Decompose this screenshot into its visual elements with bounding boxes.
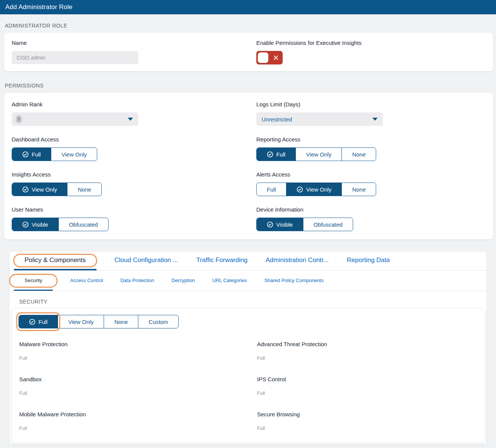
administrator-role-card: Name Enable Permissions for Executive In…: [4, 33, 493, 71]
check-circle-icon: [22, 151, 29, 158]
logs-limit-label: Logs Limit (Days): [256, 101, 485, 107]
exec-insights-toggle[interactable]: [256, 51, 283, 64]
subtab-decryption[interactable]: Decryption: [171, 271, 195, 291]
dashboard-access-block: Dashboard AccessFullView Only: [12, 136, 241, 161]
subtab-label: Access Control: [70, 278, 103, 283]
security-item: IPS ControlFull: [257, 376, 478, 396]
segment-option-label: View Only: [68, 319, 93, 325]
security-item-title: Malware Protection: [19, 341, 257, 347]
security-item-title: IPS Control: [257, 376, 478, 382]
toggle-knob: [258, 52, 268, 63]
security-item-title: Sandbox: [19, 376, 257, 382]
subtab-security[interactable]: Security: [14, 271, 53, 291]
segment-option-label: Visible: [276, 221, 293, 228]
tab-label: Administration Contr...: [266, 256, 329, 264]
alerts-access-full[interactable]: Full: [257, 183, 286, 196]
security-item: Secure BrowsingFull: [257, 411, 478, 431]
security-access-group: FullView OnlyNoneCustom: [18, 315, 179, 328]
alerts-access-block: Alerts AccessFullView OnlyNone: [256, 171, 485, 196]
admin-rank-label: Admin Rank: [12, 101, 241, 107]
device-information-obfuscated[interactable]: Obfuscated: [303, 218, 353, 231]
alerts-access-view-only[interactable]: View Only: [286, 183, 341, 196]
security-access-custom[interactable]: Custom: [138, 315, 178, 328]
logs-limit-block: Logs Limit (Days) Unrestricted: [256, 101, 485, 126]
security-item-value: Full: [19, 425, 257, 431]
security-item: Mobile Malware ProtectionFull: [19, 411, 257, 431]
logs-limit-value: Unrestricted: [262, 116, 292, 123]
security-item: SandboxFull: [19, 376, 257, 396]
check-circle-icon: [29, 319, 35, 325]
security-access-full[interactable]: Full: [19, 315, 58, 328]
subtab-label: Data Protection: [120, 278, 154, 283]
dashboard-access-full[interactable]: Full: [12, 148, 51, 161]
page-title: Add Administrator Role: [5, 3, 72, 11]
tab-label: Reporting Data: [347, 256, 390, 264]
segment-option-label: Full: [276, 151, 285, 158]
security-item-title: Secure Browsing: [257, 411, 478, 417]
segment-option-label: None: [78, 186, 91, 193]
subtab-shared-policy-components[interactable]: Shared Policy Components: [264, 271, 324, 291]
tab-policy-components[interactable]: Policy & Components: [14, 252, 96, 270]
subtab-label: Shared Policy Components: [264, 278, 324, 283]
segment-option-label: Full: [32, 151, 41, 158]
tab-traffic-forwarding[interactable]: Traffic Forwarding: [196, 252, 248, 270]
logs-limit-select[interactable]: Unrestricted: [256, 112, 383, 126]
admin-rank-select[interactable]: [12, 112, 138, 126]
user-names-visible[interactable]: Visible: [12, 218, 58, 231]
alerts-access-none[interactable]: None: [341, 183, 376, 196]
dashboard-access-view-only[interactable]: View Only: [51, 148, 97, 161]
permissions-card: Admin Rank Logs Limit (Days) Unrestricte…: [4, 93, 493, 239]
segment-option-label: Full: [267, 186, 276, 193]
reporting-access-view-only[interactable]: View Only: [295, 148, 341, 161]
security-item: Malware ProtectionFull: [19, 341, 257, 361]
subtab-label: URL Categories: [212, 278, 247, 283]
insights-access-none[interactable]: None: [67, 183, 101, 196]
alerts-access-group: FullView OnlyNone: [256, 183, 376, 196]
security-item-value: Full: [257, 425, 478, 431]
section-label-administrator-role: ADMINISTRATOR ROLE: [5, 23, 496, 29]
security-item-title: Advanced Threat Protection: [257, 341, 478, 347]
main-tabs: Policy & ComponentsCloud Configuration .…: [9, 252, 487, 271]
segment-option-label: View Only: [32, 186, 57, 193]
subtab-label: Security: [24, 278, 42, 283]
tab-cloud-configuration[interactable]: Cloud Configuration ...: [115, 252, 178, 270]
tab-label: Cloud Configuration ...: [115, 256, 178, 264]
subtab-access-control[interactable]: Access Control: [70, 271, 103, 291]
segment-option-label: View Only: [306, 186, 331, 193]
security-item-title: Mobile Malware Protection: [19, 411, 257, 417]
user-names-label: User Names: [12, 206, 241, 213]
subtab-data-protection[interactable]: Data Protection: [120, 271, 154, 291]
tab-reporting-data[interactable]: Reporting Data: [347, 252, 390, 270]
security-access-view-only[interactable]: View Only: [58, 315, 104, 328]
device-information-group: VisibleObfuscated: [256, 218, 353, 231]
security-access-none[interactable]: None: [104, 315, 138, 328]
insights-access-group: View OnlyNone: [12, 183, 102, 196]
policy-tab-card: Policy & ComponentsCloud Configuration .…: [9, 252, 487, 445]
dashboard-access-group: FullView Only: [12, 147, 97, 161]
tab-label: Policy & Components: [24, 256, 86, 264]
security-panel: FullView OnlyNoneCustom Malware Protecti…: [12, 308, 485, 443]
security-items-grid: Malware ProtectionFullAdvanced Threat Pr…: [18, 341, 478, 443]
insights-access-view-only[interactable]: View Only: [12, 183, 67, 196]
segment-option-label: View Only: [306, 151, 331, 158]
name-input[interactable]: [12, 51, 138, 64]
device-information-label: Device Information: [256, 206, 485, 213]
chevron-down-icon: [128, 118, 133, 121]
tab-label: Traffic Forwarding: [196, 256, 248, 264]
segment-option-label: Obfuscated: [69, 221, 98, 228]
reporting-access-full[interactable]: Full: [257, 148, 295, 161]
redacted-value: [17, 116, 21, 122]
segment-option-label: None: [352, 186, 366, 193]
check-circle-icon: [267, 221, 273, 228]
alerts-access-label: Alerts Access: [256, 171, 485, 178]
security-item-value: Full: [19, 355, 257, 361]
tab-administration-contr[interactable]: Administration Contr...: [266, 252, 329, 270]
check-circle-icon: [22, 221, 29, 228]
name-field-block: Name: [12, 40, 241, 64]
reporting-access-none[interactable]: None: [341, 148, 376, 161]
subtab-url-categories[interactable]: URL Categories: [212, 271, 247, 291]
user-names-block: User NamesVisibleObfuscated: [12, 206, 241, 231]
user-names-obfuscated[interactable]: Obfuscated: [58, 218, 108, 231]
name-label: Name: [12, 40, 241, 46]
device-information-visible[interactable]: Visible: [257, 218, 303, 231]
